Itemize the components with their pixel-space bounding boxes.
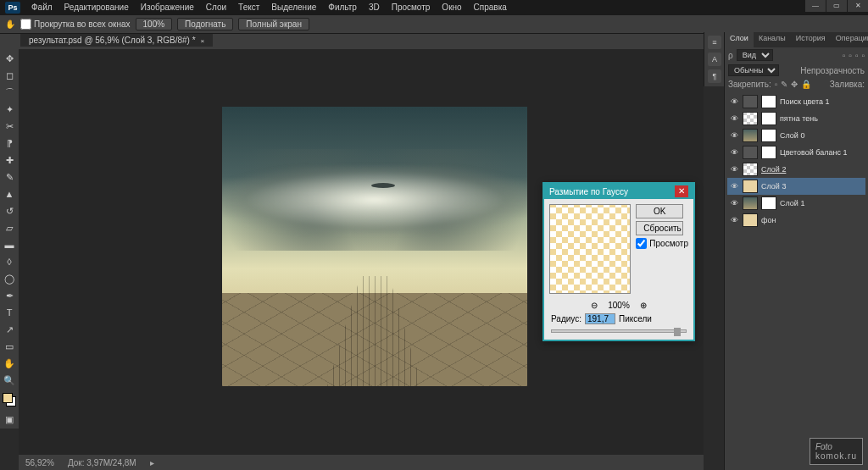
hand-tool[interactable]: ✋ xyxy=(2,356,17,371)
stamp-tool[interactable]: ▲ xyxy=(2,186,17,202)
layer-thumbnail[interactable] xyxy=(743,112,758,125)
layer-thumbnail[interactable] xyxy=(743,163,758,176)
visibility-icon[interactable]: 👁 xyxy=(729,165,739,174)
lock-icon[interactable]: ✎ xyxy=(781,80,787,89)
layer-thumbnail[interactable] xyxy=(743,180,758,193)
layer-row[interactable]: 👁Слой 2 xyxy=(727,161,865,178)
layer-row[interactable]: 👁фон xyxy=(727,212,865,229)
history-brush-tool[interactable]: ↺ xyxy=(2,203,17,218)
document-tab[interactable]: результат.psd @ 56,9% (Слой 3, RGB/8#) *… xyxy=(20,34,213,47)
character-panel-icon[interactable]: A xyxy=(708,53,721,66)
layer-name-label[interactable]: Цветовой баланс 1 xyxy=(780,148,864,157)
radius-slider[interactable] xyxy=(551,329,687,333)
zoom-100-button[interactable]: 100% xyxy=(136,18,173,30)
menu-help[interactable]: Справка xyxy=(468,0,513,15)
layer-name-label[interactable]: Слой 0 xyxy=(780,131,864,140)
move-tool[interactable]: ✥ xyxy=(2,51,17,66)
status-zoom[interactable]: 56,92% xyxy=(25,458,54,467)
dodge-tool[interactable]: ◯ xyxy=(2,271,17,286)
color-swatches[interactable] xyxy=(3,393,16,406)
eraser-tool[interactable]: ▱ xyxy=(2,220,17,235)
lock-icon[interactable]: ▫ xyxy=(775,80,778,89)
history-panel-icon[interactable]: ≡ xyxy=(708,36,721,49)
menu-image[interactable]: Изображение xyxy=(135,0,200,15)
filter-icon[interactable]: ▫ xyxy=(855,51,859,60)
layer-row[interactable]: 👁Слой 0 xyxy=(727,127,865,144)
crop-tool[interactable]: ✂ xyxy=(2,119,17,134)
visibility-icon[interactable]: 👁 xyxy=(729,216,739,224)
dialog-close-button[interactable]: ✕ xyxy=(675,185,688,197)
layer-thumbnail[interactable] xyxy=(743,213,758,227)
layer-mask-thumbnail[interactable] xyxy=(761,95,776,108)
fit-button[interactable]: Подогнать xyxy=(177,18,233,30)
filter-icon[interactable]: ▫ xyxy=(843,51,846,60)
layer-row[interactable]: 👁пятна тень xyxy=(727,110,865,127)
slider-thumb[interactable] xyxy=(674,328,681,336)
scroll-all-check[interactable]: Прокрутка во всех окнах xyxy=(20,19,131,30)
visibility-icon[interactable]: 👁 xyxy=(729,148,739,157)
layer-mask-thumbnail[interactable] xyxy=(761,112,776,125)
layer-name-label[interactable]: фон xyxy=(761,216,864,224)
zoom-tool[interactable]: 🔍 xyxy=(2,373,17,388)
path-tool[interactable]: ↗ xyxy=(2,322,17,337)
visibility-icon[interactable]: 👁 xyxy=(729,182,739,191)
layer-thumbnail[interactable] xyxy=(743,146,758,159)
gradient-tool[interactable]: ▬ xyxy=(2,237,17,252)
marquee-tool[interactable]: ◻ xyxy=(2,68,17,83)
menu-view[interactable]: Просмотр xyxy=(386,0,437,15)
layer-mask-thumbnail[interactable] xyxy=(761,196,776,210)
brush-tool[interactable]: ✎ xyxy=(2,169,17,185)
filter-icon[interactable]: ▫ xyxy=(861,51,865,60)
blend-mode-select[interactable]: Обычные xyxy=(728,64,779,76)
zoom-in-icon[interactable]: ⊕ xyxy=(640,301,647,310)
menu-edit[interactable]: Редактирование xyxy=(58,0,135,15)
tab-layers[interactable]: Слои xyxy=(725,32,754,47)
radius-input[interactable] xyxy=(585,313,615,324)
layer-name-label[interactable]: Слой 2 xyxy=(761,165,864,174)
window-close[interactable]: ✕ xyxy=(848,0,868,12)
menu-file[interactable]: Файл xyxy=(25,0,58,15)
visibility-icon[interactable]: 👁 xyxy=(729,131,739,140)
layer-name-label[interactable]: пятна тень xyxy=(780,114,864,123)
fullscreen-button[interactable]: Полный экран xyxy=(238,18,309,30)
paragraph-panel-icon[interactable]: ¶ xyxy=(708,69,721,83)
menu-text[interactable]: Текст xyxy=(232,0,265,15)
layer-name-label[interactable]: Слой 1 xyxy=(780,199,864,207)
menu-3d[interactable]: 3D xyxy=(363,0,386,15)
dialog-titlebar[interactable]: Размытие по Гауссу ✕ xyxy=(544,184,693,199)
visibility-icon[interactable]: 👁 xyxy=(729,199,739,207)
layer-mask-thumbnail[interactable] xyxy=(761,129,776,142)
tab-actions[interactable]: Операции xyxy=(831,32,868,47)
shape-tool[interactable]: ▭ xyxy=(2,339,17,354)
wand-tool[interactable]: ✦ xyxy=(2,102,17,117)
menu-filter[interactable]: Фильтр xyxy=(322,0,363,15)
lasso-tool[interactable]: ⌒ xyxy=(2,85,17,100)
lock-icon[interactable]: ✥ xyxy=(791,80,798,89)
layer-row[interactable]: 👁Цветовой баланс 1 xyxy=(727,144,865,161)
status-arrow-icon[interactable]: ▸ xyxy=(150,458,154,467)
close-tab-icon[interactable]: × xyxy=(201,37,205,45)
menu-layers[interactable]: Слои xyxy=(200,0,232,15)
eyedropper-tool[interactable]: ⁋ xyxy=(2,135,17,151)
blur-tool[interactable]: ◊ xyxy=(2,254,17,269)
visibility-icon[interactable]: 👁 xyxy=(729,114,739,123)
visibility-icon[interactable]: 👁 xyxy=(729,97,739,106)
menu-select[interactable]: Выделение xyxy=(265,0,322,15)
tab-channels[interactable]: Каналы xyxy=(754,32,791,47)
layer-mask-thumbnail[interactable] xyxy=(761,146,776,159)
layer-row[interactable]: 👁Слой 3 xyxy=(727,178,865,195)
dialog-preview[interactable] xyxy=(549,204,631,294)
type-tool[interactable]: T xyxy=(2,305,17,320)
healing-tool[interactable]: ✚ xyxy=(2,152,17,168)
layer-thumbnail[interactable] xyxy=(743,95,758,108)
layer-thumbnail[interactable] xyxy=(743,196,758,210)
quickmask-tool[interactable]: ▣ xyxy=(2,412,17,427)
layer-name-label[interactable]: Слой 3 xyxy=(761,182,864,191)
filter-kind-select[interactable]: Вид xyxy=(737,49,773,61)
reset-button[interactable]: Сбросить xyxy=(636,221,683,235)
lock-icon[interactable]: 🔒 xyxy=(801,80,811,89)
layer-name-label[interactable]: Поиск цвета 1 xyxy=(780,97,864,106)
menu-window[interactable]: Окно xyxy=(436,0,467,15)
layer-row[interactable]: 👁Поиск цвета 1 xyxy=(727,93,865,110)
tab-history[interactable]: История xyxy=(791,32,831,47)
